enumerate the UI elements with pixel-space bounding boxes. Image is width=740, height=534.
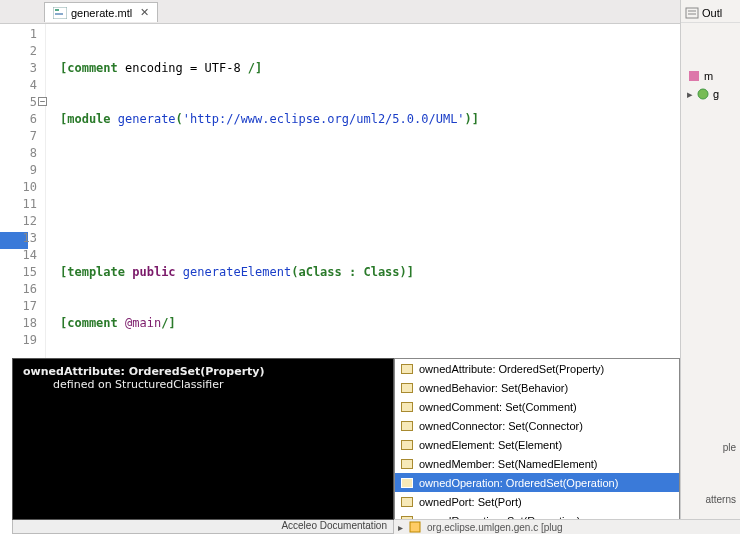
side-text-ple: ple bbox=[723, 442, 736, 453]
popup-item[interactable]: ownedElement: Set(Element) bbox=[395, 435, 679, 454]
svg-rect-1 bbox=[55, 9, 59, 11]
svg-rect-3 bbox=[686, 8, 698, 18]
outline-icon bbox=[685, 7, 699, 19]
svg-rect-6 bbox=[689, 71, 699, 81]
doc-body: defined on StructuredClassifier bbox=[23, 378, 383, 391]
bottom-status: ▸ org.eclipse.umlgen.gen.c [plug bbox=[394, 519, 740, 534]
outline-tab[interactable]: Outl bbox=[681, 4, 740, 23]
property-icon bbox=[401, 459, 413, 469]
popup-item-selected[interactable]: ownedOperation: OrderedSet(Operation) bbox=[395, 473, 679, 492]
tree-expand-icon[interactable]: ▸ bbox=[398, 522, 403, 533]
doc-hover: ownedAttribute: OrderedSet(Property) def… bbox=[12, 358, 394, 520]
file-mtl-icon bbox=[53, 7, 67, 19]
outline-item-template[interactable]: ▸ g bbox=[681, 85, 740, 103]
popup-item[interactable]: ownedPort: Set(Port) bbox=[395, 492, 679, 511]
svg-rect-2 bbox=[55, 13, 63, 15]
outline-item-module[interactable]: m bbox=[681, 67, 740, 85]
close-icon[interactable]: ✕ bbox=[140, 6, 149, 19]
fold-toggle[interactable]: − bbox=[38, 97, 47, 106]
popup-item[interactable]: ownedMember: Set(NamedElement) bbox=[395, 454, 679, 473]
svg-point-7 bbox=[698, 89, 708, 99]
popup-item[interactable]: ownedBehavior: Set(Behavior) bbox=[395, 378, 679, 397]
popup-item[interactable]: ownedConnector: Set(Connector) bbox=[395, 416, 679, 435]
property-icon bbox=[401, 383, 413, 393]
bottom-text: org.eclipse.umlgen.gen.c [plug bbox=[427, 522, 563, 533]
outline-title: Outl bbox=[702, 7, 722, 19]
outline-panel: Outl m ▸ g ple atterns bbox=[680, 0, 740, 534]
editor-tab-generate[interactable]: generate.mtl ✕ bbox=[44, 2, 158, 22]
popup-item[interactable]: ownedAttribute: OrderedSet(Property) bbox=[395, 359, 679, 378]
property-icon bbox=[401, 402, 413, 412]
property-icon bbox=[401, 440, 413, 450]
svg-rect-8 bbox=[410, 522, 420, 532]
property-icon bbox=[401, 364, 413, 374]
autocomplete-popup[interactable]: ownedAttribute: OrderedSet(Property) own… bbox=[394, 358, 680, 534]
property-icon bbox=[401, 421, 413, 431]
side-text-patterns: atterns bbox=[705, 494, 736, 505]
property-icon bbox=[401, 478, 413, 488]
doc-title: ownedAttribute: OrderedSet(Property) bbox=[23, 365, 383, 378]
editor-tabbar: generate.mtl ✕ ▭ ▢ bbox=[0, 0, 740, 24]
plugin-icon bbox=[409, 521, 421, 533]
popup-item[interactable]: ownedComment: Set(Comment) bbox=[395, 397, 679, 416]
doc-footer[interactable]: Acceleo Documentation bbox=[12, 520, 394, 534]
property-icon bbox=[401, 497, 413, 507]
editor-tab-label: generate.mtl bbox=[71, 7, 132, 19]
